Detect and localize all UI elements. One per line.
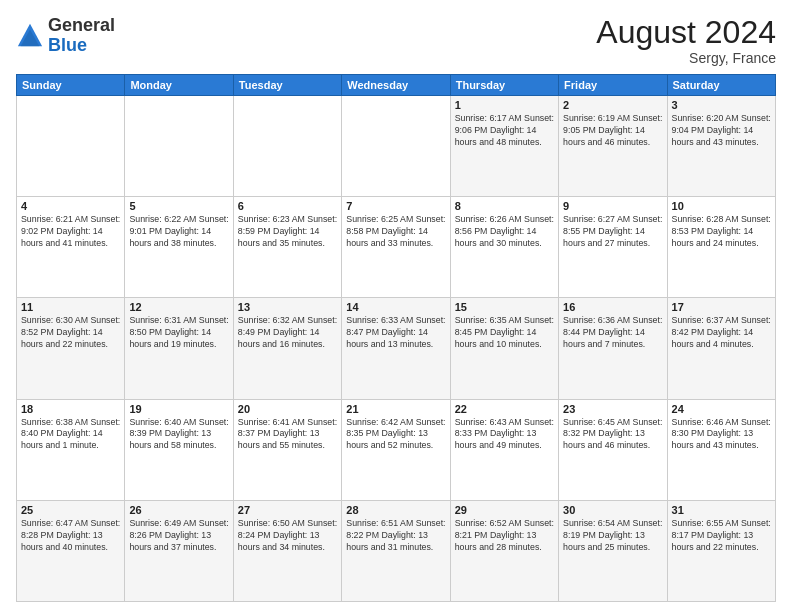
day-number: 6 — [238, 200, 337, 212]
table-row: 14Sunrise: 6:33 AM Sunset: 8:47 PM Dayli… — [342, 298, 450, 399]
table-row: 21Sunrise: 6:42 AM Sunset: 8:35 PM Dayli… — [342, 399, 450, 500]
day-number: 24 — [672, 403, 771, 415]
day-info: Sunrise: 6:45 AM Sunset: 8:32 PM Dayligh… — [563, 417, 662, 453]
table-row: 8Sunrise: 6:26 AM Sunset: 8:56 PM Daylig… — [450, 197, 558, 298]
table-row: 18Sunrise: 6:38 AM Sunset: 8:40 PM Dayli… — [17, 399, 125, 500]
day-number: 20 — [238, 403, 337, 415]
logo-text: General Blue — [48, 16, 115, 56]
day-number: 12 — [129, 301, 228, 313]
day-number: 15 — [455, 301, 554, 313]
table-row: 22Sunrise: 6:43 AM Sunset: 8:33 PM Dayli… — [450, 399, 558, 500]
table-row: 19Sunrise: 6:40 AM Sunset: 8:39 PM Dayli… — [125, 399, 233, 500]
day-info: Sunrise: 6:28 AM Sunset: 8:53 PM Dayligh… — [672, 214, 771, 250]
day-number: 31 — [672, 504, 771, 516]
table-row: 20Sunrise: 6:41 AM Sunset: 8:37 PM Dayli… — [233, 399, 341, 500]
table-row: 15Sunrise: 6:35 AM Sunset: 8:45 PM Dayli… — [450, 298, 558, 399]
table-row — [233, 96, 341, 197]
table-row: 23Sunrise: 6:45 AM Sunset: 8:32 PM Dayli… — [559, 399, 667, 500]
day-info: Sunrise: 6:52 AM Sunset: 8:21 PM Dayligh… — [455, 518, 554, 554]
day-info: Sunrise: 6:46 AM Sunset: 8:30 PM Dayligh… — [672, 417, 771, 453]
table-row: 2Sunrise: 6:19 AM Sunset: 9:05 PM Daylig… — [559, 96, 667, 197]
day-info: Sunrise: 6:55 AM Sunset: 8:17 PM Dayligh… — [672, 518, 771, 554]
header-sunday: Sunday — [17, 75, 125, 96]
header-tuesday: Tuesday — [233, 75, 341, 96]
day-number: 23 — [563, 403, 662, 415]
day-info: Sunrise: 6:27 AM Sunset: 8:55 PM Dayligh… — [563, 214, 662, 250]
day-info: Sunrise: 6:49 AM Sunset: 8:26 PM Dayligh… — [129, 518, 228, 554]
day-info: Sunrise: 6:25 AM Sunset: 8:58 PM Dayligh… — [346, 214, 445, 250]
day-info: Sunrise: 6:26 AM Sunset: 8:56 PM Dayligh… — [455, 214, 554, 250]
day-info: Sunrise: 6:54 AM Sunset: 8:19 PM Dayligh… — [563, 518, 662, 554]
table-row: 31Sunrise: 6:55 AM Sunset: 8:17 PM Dayli… — [667, 500, 775, 601]
table-row: 25Sunrise: 6:47 AM Sunset: 8:28 PM Dayli… — [17, 500, 125, 601]
day-number: 8 — [455, 200, 554, 212]
calendar-week-row: 1Sunrise: 6:17 AM Sunset: 9:06 PM Daylig… — [17, 96, 776, 197]
day-number: 27 — [238, 504, 337, 516]
header-monday: Monday — [125, 75, 233, 96]
table-row: 12Sunrise: 6:31 AM Sunset: 8:50 PM Dayli… — [125, 298, 233, 399]
table-row: 10Sunrise: 6:28 AM Sunset: 8:53 PM Dayli… — [667, 197, 775, 298]
day-info: Sunrise: 6:17 AM Sunset: 9:06 PM Dayligh… — [455, 113, 554, 149]
calendar-week-row: 11Sunrise: 6:30 AM Sunset: 8:52 PM Dayli… — [17, 298, 776, 399]
table-row: 5Sunrise: 6:22 AM Sunset: 9:01 PM Daylig… — [125, 197, 233, 298]
header-saturday: Saturday — [667, 75, 775, 96]
day-number: 18 — [21, 403, 120, 415]
day-number: 30 — [563, 504, 662, 516]
calendar-week-row: 4Sunrise: 6:21 AM Sunset: 9:02 PM Daylig… — [17, 197, 776, 298]
day-number: 3 — [672, 99, 771, 111]
day-number: 28 — [346, 504, 445, 516]
day-info: Sunrise: 6:50 AM Sunset: 8:24 PM Dayligh… — [238, 518, 337, 554]
calendar-table: Sunday Monday Tuesday Wednesday Thursday… — [16, 74, 776, 602]
day-info: Sunrise: 6:20 AM Sunset: 9:04 PM Dayligh… — [672, 113, 771, 149]
table-row: 27Sunrise: 6:50 AM Sunset: 8:24 PM Dayli… — [233, 500, 341, 601]
day-info: Sunrise: 6:37 AM Sunset: 8:42 PM Dayligh… — [672, 315, 771, 351]
table-row: 11Sunrise: 6:30 AM Sunset: 8:52 PM Dayli… — [17, 298, 125, 399]
table-row — [17, 96, 125, 197]
calendar-week-row: 18Sunrise: 6:38 AM Sunset: 8:40 PM Dayli… — [17, 399, 776, 500]
table-row: 9Sunrise: 6:27 AM Sunset: 8:55 PM Daylig… — [559, 197, 667, 298]
day-info: Sunrise: 6:19 AM Sunset: 9:05 PM Dayligh… — [563, 113, 662, 149]
table-row: 24Sunrise: 6:46 AM Sunset: 8:30 PM Dayli… — [667, 399, 775, 500]
day-number: 26 — [129, 504, 228, 516]
day-info: Sunrise: 6:47 AM Sunset: 8:28 PM Dayligh… — [21, 518, 120, 554]
calendar-header-row: Sunday Monday Tuesday Wednesday Thursday… — [17, 75, 776, 96]
day-info: Sunrise: 6:51 AM Sunset: 8:22 PM Dayligh… — [346, 518, 445, 554]
table-row: 4Sunrise: 6:21 AM Sunset: 9:02 PM Daylig… — [17, 197, 125, 298]
logo-icon — [16, 22, 44, 50]
table-row: 29Sunrise: 6:52 AM Sunset: 8:21 PM Dayli… — [450, 500, 558, 601]
day-info: Sunrise: 6:33 AM Sunset: 8:47 PM Dayligh… — [346, 315, 445, 351]
day-number: 10 — [672, 200, 771, 212]
day-info: Sunrise: 6:40 AM Sunset: 8:39 PM Dayligh… — [129, 417, 228, 453]
day-number: 22 — [455, 403, 554, 415]
header: General Blue August 2024 Sergy, France — [16, 16, 776, 66]
day-info: Sunrise: 6:30 AM Sunset: 8:52 PM Dayligh… — [21, 315, 120, 351]
day-info: Sunrise: 6:43 AM Sunset: 8:33 PM Dayligh… — [455, 417, 554, 453]
day-info: Sunrise: 6:36 AM Sunset: 8:44 PM Dayligh… — [563, 315, 662, 351]
day-number: 5 — [129, 200, 228, 212]
day-number: 16 — [563, 301, 662, 313]
table-row: 28Sunrise: 6:51 AM Sunset: 8:22 PM Dayli… — [342, 500, 450, 601]
day-number: 19 — [129, 403, 228, 415]
table-row — [125, 96, 233, 197]
day-number: 14 — [346, 301, 445, 313]
day-info: Sunrise: 6:31 AM Sunset: 8:50 PM Dayligh… — [129, 315, 228, 351]
day-number: 7 — [346, 200, 445, 212]
day-number: 1 — [455, 99, 554, 111]
day-number: 2 — [563, 99, 662, 111]
table-row — [342, 96, 450, 197]
header-wednesday: Wednesday — [342, 75, 450, 96]
table-row: 17Sunrise: 6:37 AM Sunset: 8:42 PM Dayli… — [667, 298, 775, 399]
header-friday: Friday — [559, 75, 667, 96]
day-number: 13 — [238, 301, 337, 313]
header-thursday: Thursday — [450, 75, 558, 96]
day-number: 11 — [21, 301, 120, 313]
day-info: Sunrise: 6:38 AM Sunset: 8:40 PM Dayligh… — [21, 417, 120, 453]
logo: General Blue — [16, 16, 115, 56]
day-info: Sunrise: 6:22 AM Sunset: 9:01 PM Dayligh… — [129, 214, 228, 250]
day-number: 17 — [672, 301, 771, 313]
day-info: Sunrise: 6:32 AM Sunset: 8:49 PM Dayligh… — [238, 315, 337, 351]
location: Sergy, France — [596, 50, 776, 66]
day-info: Sunrise: 6:21 AM Sunset: 9:02 PM Dayligh… — [21, 214, 120, 250]
day-number: 21 — [346, 403, 445, 415]
day-number: 9 — [563, 200, 662, 212]
